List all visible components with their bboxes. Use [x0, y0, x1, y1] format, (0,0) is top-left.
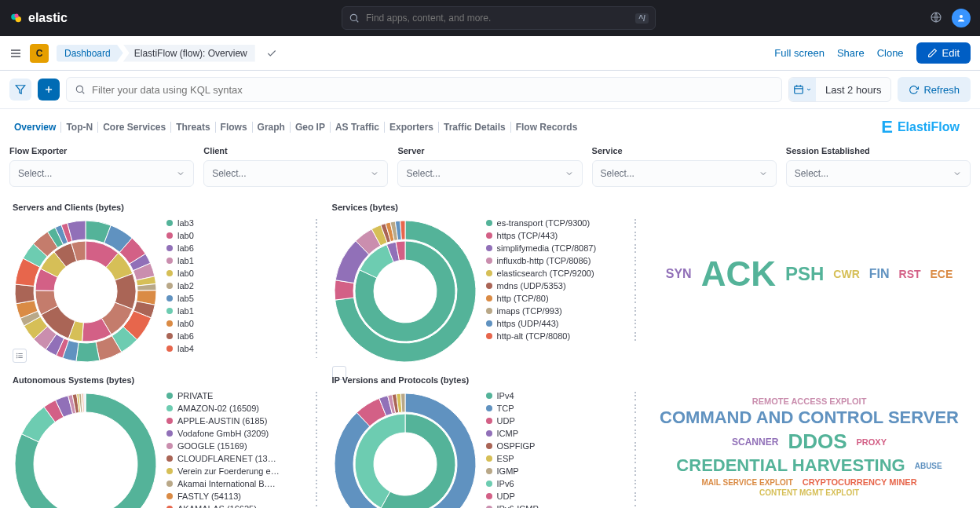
legend-item[interactable]: lab5 ⋮	[166, 355, 321, 358]
legend-item[interactable]: lab6 ⋮	[166, 242, 321, 254]
legend-dots-icon[interactable]: ⋮	[312, 243, 321, 254]
legend-item[interactable]: AKAMAI-AS (16625) ⋮	[166, 503, 321, 508]
legend-dots-icon[interactable]: ⋮	[312, 503, 321, 508]
legend-dots-icon[interactable]: ⋮	[631, 293, 640, 304]
cloud-word[interactable]: PROXY	[857, 437, 887, 447]
legend-item[interactable]: https (TCP/443) ⋮	[486, 229, 641, 242]
legend-item[interactable]: Vodafone GmbH (3209) ⋮	[166, 427, 321, 440]
legend-dots-icon[interactable]: ⋮	[312, 428, 321, 439]
cloud-word[interactable]: PSH	[785, 263, 824, 285]
filter-select-client[interactable]: Select...	[203, 160, 388, 187]
legend-item[interactable]: es-transport (TCP/9300) ⋮	[486, 217, 641, 229]
legend-item[interactable]: lab1 ⋮	[166, 305, 321, 317]
legend-dots-icon[interactable]: ⋮	[312, 255, 321, 266]
hamburger-icon[interactable]	[9, 47, 22, 60]
legend-item[interactable]: lab2 ⋮	[166, 280, 321, 292]
legend-item[interactable]: CLOUDFLARENET (13335) ⋮	[166, 452, 321, 465]
legend-item[interactable]: OSPFIGP ⋮	[486, 440, 641, 452]
global-search-input[interactable]	[366, 13, 629, 24]
legend-item[interactable]: lab0 ⋮	[166, 229, 321, 242]
legend-dots-icon[interactable]: ⋮	[631, 466, 640, 477]
wordcloud-threats[interactable]: REMOTE ACCESS EXPLOITCOMMAND AND CONTROL…	[649, 372, 969, 508]
cloud-word[interactable]: ACK	[701, 254, 776, 294]
cloud-word[interactable]: ECE	[931, 268, 953, 280]
legend-item[interactable]: lab1 ⋮	[166, 254, 321, 267]
legend-item[interactable]: lab5 ⋮	[166, 292, 321, 305]
legend-dots-icon[interactable]: ⋮	[631, 491, 640, 502]
legend-item[interactable]: IGMP ⋮	[486, 465, 641, 477]
legend-dots-icon[interactable]: ⋮	[631, 478, 640, 489]
legend-item[interactable]: APPLE-AUSTIN (6185) ⋮	[166, 415, 321, 427]
filter-select-server[interactable]: Select...	[397, 160, 582, 187]
legend-item[interactable]: UDP ⋮	[486, 490, 641, 503]
edit-button[interactable]: Edit	[916, 42, 971, 64]
filter-select-flow-exporter[interactable]: Select...	[9, 160, 194, 187]
tab-threats[interactable]: Threats	[171, 122, 215, 133]
legend-dots-icon[interactable]: ⋮	[631, 453, 640, 464]
tab-flows[interactable]: Flows	[216, 122, 253, 133]
legend-dots-icon[interactable]: ⋮	[312, 466, 321, 477]
legend-dots-icon[interactable]: ⋮	[312, 230, 321, 241]
donut-servers-clients[interactable]	[11, 217, 160, 366]
legend-item[interactable]: ICMP ⋮	[486, 427, 641, 440]
donut-services[interactable]	[331, 217, 480, 366]
legend-item[interactable]: influxdb-http (TCP/8086) ⋮	[486, 254, 641, 267]
cloud-word[interactable]: SCANNER	[732, 437, 778, 448]
wordcloud-tcpflags[interactable]: SYNACKPSHCWRFINRSTECE	[649, 199, 969, 349]
legend-item[interactable]: lab0 ⋮	[166, 267, 321, 280]
legend-dots-icon[interactable]: ⋮	[631, 503, 640, 508]
cloud-word[interactable]: CRYPTOCURRENCY MINER	[803, 477, 917, 487]
legend-dots-icon[interactable]: ⋮	[312, 390, 321, 401]
cloud-word[interactable]: REMOTE ACCESS EXPLOIT	[752, 397, 867, 406]
cloud-word[interactable]: ABUSE	[915, 462, 942, 470]
brand[interactable]: elastic	[9, 11, 68, 25]
filter-select-service[interactable]: Select...	[592, 160, 777, 187]
legend-item[interactable]: elasticsearch (TCP/9200) ⋮	[486, 267, 641, 280]
tab-traffic-details[interactable]: Traffic Details	[439, 122, 511, 133]
legend-item[interactable]: FASTLY (54113) ⋮	[166, 490, 321, 503]
legend-item[interactable]: PRIVATE ⋮	[166, 389, 321, 402]
legend-dots-icon[interactable]: ⋮	[312, 415, 321, 426]
legend-item[interactable]: http (TCP/80) ⋮	[486, 292, 641, 305]
legend-item[interactable]: ESP ⋮	[486, 452, 641, 465]
cloud-word[interactable]: COMMAND AND CONTROL SERVER	[660, 407, 959, 428]
legend-item[interactable]: IPv4 ⋮	[486, 389, 641, 402]
tab-graph[interactable]: Graph	[253, 122, 291, 133]
legend-item[interactable]: mdns (UDP/5353) ⋮	[486, 280, 641, 292]
legend-item[interactable]: IPv6 ⋮	[486, 477, 641, 490]
breadcrumb-current[interactable]: ElastiFlow (flow): Overview	[123, 45, 255, 62]
cloud-word[interactable]: DDOS	[788, 429, 847, 454]
tab-top-n[interactable]: Top-N	[61, 122, 98, 133]
legend-item[interactable]: UDP ⋮	[486, 415, 641, 427]
legend-dots-icon[interactable]: ⋮	[631, 280, 640, 291]
legend-dots-icon[interactable]: ⋮	[312, 403, 321, 414]
legend-item[interactable]: imaps (TCP/993) ⋮	[486, 305, 641, 317]
legend-dots-icon[interactable]: ⋮	[312, 491, 321, 502]
breadcrumb-dashboard[interactable]: Dashboard	[57, 45, 123, 62]
globe-icon[interactable]	[930, 11, 942, 26]
tab-core-services[interactable]: Core Services	[98, 122, 171, 133]
legend-item[interactable]: lab3 ⋮	[166, 217, 321, 229]
legend-dots-icon[interactable]: ⋮	[631, 403, 640, 414]
cloud-word[interactable]: SYN	[666, 267, 692, 281]
kql-input[interactable]	[92, 84, 773, 96]
legend-item[interactable]: simplifymedia (TCP/8087) ⋮	[486, 242, 641, 254]
add-filter-button[interactable]	[38, 79, 60, 101]
filter-select-session-established[interactable]: Select...	[786, 160, 971, 187]
space-badge[interactable]: C	[30, 44, 49, 63]
legend-dots-icon[interactable]: ⋮	[631, 318, 640, 329]
cloud-word[interactable]: RST	[899, 268, 921, 280]
tab-as-traffic[interactable]: AS Traffic	[331, 122, 385, 133]
legend-dots-icon[interactable]: ⋮	[631, 243, 640, 254]
legend-dots-icon[interactable]: ⋮	[631, 305, 640, 316]
donut-autonomous[interactable]	[11, 389, 160, 508]
legend-dots-icon[interactable]: ⋮	[631, 440, 640, 451]
cloud-word[interactable]: MAIL SERVICE EXPLOIT	[701, 478, 792, 487]
legend-dots-icon[interactable]: ⋮	[631, 390, 640, 401]
legend-item[interactable]: Akamai International B.V. (... ⋮	[166, 477, 321, 490]
legend-dots-icon[interactable]: ⋮	[312, 280, 321, 291]
clone-link[interactable]: Clone	[877, 47, 904, 59]
legend-item[interactable]: AMAZON-02 (16509) ⋮	[166, 402, 321, 415]
legend-dots-icon[interactable]: ⋮	[631, 217, 640, 228]
legend-dots-icon[interactable]: ⋮	[312, 318, 321, 329]
